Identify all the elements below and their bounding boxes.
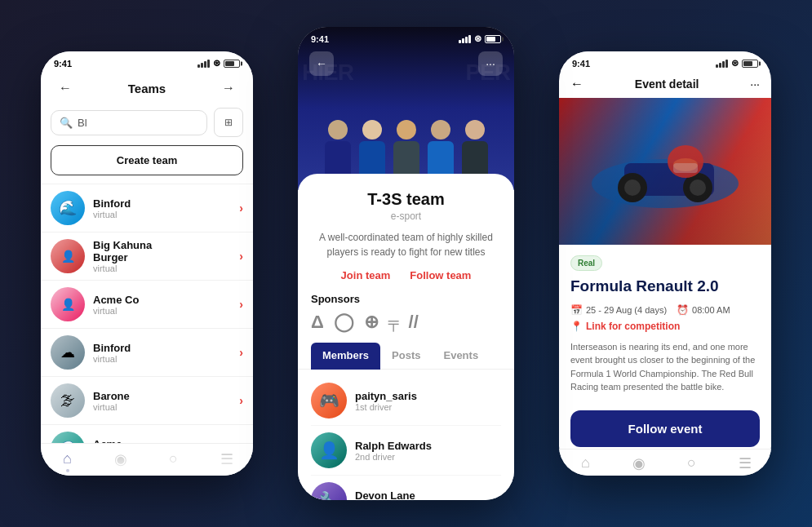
sponsor-logo-3: ⊕ xyxy=(364,312,379,333)
list-item[interactable]: 🌫 Barone virtual › xyxy=(41,376,253,424)
team-info: Binford virtual xyxy=(93,342,239,364)
search-nav-icon: ○ xyxy=(169,450,178,467)
list-item[interactable]: 👤 Acme Co virtual › xyxy=(41,280,253,328)
time-center: 9:41 xyxy=(311,34,329,44)
list-item[interactable]: ☁ Binford virtual › xyxy=(41,328,253,376)
back-button-left[interactable]: ← xyxy=(54,77,77,100)
sponsor-logo-2: ◯ xyxy=(334,312,354,333)
wifi-icon: ⊛ xyxy=(213,58,220,69)
team-name: Binford xyxy=(93,342,239,354)
back-button-center[interactable]: ← xyxy=(309,51,334,76)
avatar: 👤 xyxy=(51,239,85,273)
event-link[interactable]: 📍 Link for competition xyxy=(570,321,760,332)
back-button-right[interactable]: ← xyxy=(570,77,583,91)
tab-members[interactable]: Members xyxy=(311,343,380,370)
sponsor-logo-1: Δ xyxy=(311,312,324,333)
team-type: virtual xyxy=(93,402,239,412)
avatar: 🌊 xyxy=(51,191,85,225)
nav-teams[interactable]: ◉ xyxy=(94,450,147,472)
search-input[interactable]: 🔍 Bl xyxy=(51,110,207,135)
filter-button[interactable]: ⊞ xyxy=(214,108,243,137)
nav-header-left: ← Teams → xyxy=(41,72,253,108)
team-name: Barone xyxy=(93,390,239,402)
team-card: T-3S team e-sport A well-coordinated tea… xyxy=(298,174,514,500)
nav-home-r[interactable]: ⌂ xyxy=(559,454,612,472)
signal-icon-r xyxy=(716,60,728,68)
chevron-right-icon: › xyxy=(239,394,243,407)
list-item[interactable]: 🎮 paityn_saris 1st driver xyxy=(311,376,501,426)
list-item[interactable]: 🌊 Acme virtual › xyxy=(41,424,253,443)
event-date: 📅 25 - 29 Aug (4 days) xyxy=(570,304,667,316)
wifi-icon-r: ⊛ xyxy=(731,58,739,69)
nav-teams-r[interactable]: ◉ xyxy=(612,454,665,472)
location-icon: 📍 xyxy=(570,321,583,332)
list-item[interactable]: 🔧 Devon Lane Mechanic xyxy=(311,476,501,500)
create-team-button[interactable]: Create team xyxy=(51,145,243,175)
nav-menu-r[interactable]: ☰ xyxy=(718,454,771,472)
list-item[interactable]: 👤 Big KahunaBurger virtual › xyxy=(41,232,253,280)
event-meta: 📅 25 - 29 Aug (4 days) ⏰ 08:00 AM xyxy=(570,304,760,316)
bottom-nav-right: ⌂ ◉ ○ ☰ xyxy=(559,449,771,476)
hero-nav: ← ··· xyxy=(298,51,514,76)
chevron-right-icon: › xyxy=(239,250,243,263)
team-type: virtual xyxy=(93,354,239,364)
status-icons-left: ⊛ xyxy=(197,58,240,69)
follow-team-button[interactable]: Follow team xyxy=(410,269,471,281)
team-card-name: T-3S team xyxy=(311,190,501,209)
esport-figures xyxy=(322,120,490,182)
phone-center: HIER PER 9:41 xyxy=(298,27,514,500)
nav-home[interactable]: ⌂ xyxy=(41,450,94,472)
bottom-nav-left: ⌂ ◉ ○ ☰ xyxy=(41,443,253,476)
team-name: Acme Co xyxy=(93,294,239,306)
teams-icon-r: ◉ xyxy=(632,454,646,472)
sponsor-logo-5: // xyxy=(409,312,419,333)
tab-posts[interactable]: Posts xyxy=(380,343,432,370)
home-icon-r: ⌂ xyxy=(581,454,590,472)
menu-icon-r: ☰ xyxy=(739,454,752,472)
event-hero xyxy=(559,98,771,245)
team-info: Binford virtual xyxy=(93,197,239,219)
event-content: Real Formula Renault 2.0 📅 25 - 29 Aug (… xyxy=(559,245,771,449)
menu-icon: ☰ xyxy=(220,450,233,468)
avatar: 🔧 xyxy=(311,482,347,500)
status-bar-left: 9:41 ⊛ xyxy=(41,51,253,72)
team-actions: Join team Follow team xyxy=(311,269,501,281)
avatar: 🌫 xyxy=(51,383,85,418)
follow-event-button[interactable]: Follow event xyxy=(570,410,760,447)
avatar: 🎮 xyxy=(311,383,347,418)
wifi-icon-c: ⊛ xyxy=(474,33,481,44)
search-icon: 🔍 xyxy=(60,117,73,129)
phones-container: 9:41 ⊛ ← Teams → 🔍 Bl xyxy=(0,0,812,527)
team-name: Big KahunaBurger xyxy=(93,239,239,264)
more-button-center[interactable]: ··· xyxy=(478,51,503,76)
tabs-row: Members Posts Events xyxy=(298,343,514,370)
phone-left: 9:41 ⊛ ← Teams → 🔍 Bl xyxy=(41,51,253,476)
nav-search-r[interactable]: ○ xyxy=(665,454,718,472)
join-team-button[interactable]: Join team xyxy=(341,269,391,281)
member-role: 1st driver xyxy=(355,402,417,412)
team-type: virtual xyxy=(93,264,239,273)
sponsors-title: Sponsors xyxy=(311,293,501,305)
avatar: 🌊 xyxy=(51,432,85,443)
home-icon: ⌂ xyxy=(63,450,72,467)
filter-icon: ⊞ xyxy=(224,117,233,128)
team-type: virtual xyxy=(93,210,239,219)
member-name: Devon Lane xyxy=(355,489,415,501)
more-button-right[interactable]: ··· xyxy=(750,78,760,91)
battery-icon-r xyxy=(742,60,758,68)
nav-search[interactable]: ○ xyxy=(147,450,200,472)
list-item[interactable]: 👤 Ralph Edwards 2nd driver xyxy=(311,426,501,476)
forward-button-left[interactable]: → xyxy=(217,77,240,100)
event-title: Formula Renault 2.0 xyxy=(570,277,760,296)
teams-icon: ◉ xyxy=(114,450,127,468)
battery-icon xyxy=(224,60,240,68)
tab-events[interactable]: Events xyxy=(432,343,490,370)
page-title-right: Event detail xyxy=(635,78,699,91)
team-info: Acme Co virtual xyxy=(93,294,239,316)
member-role: 2nd driver xyxy=(355,452,432,462)
member-name: Ralph Edwards xyxy=(355,440,432,452)
battery-icon-c xyxy=(485,35,501,43)
list-item[interactable]: 🌊 Binford virtual › xyxy=(41,184,253,232)
nav-menu[interactable]: ☰ xyxy=(200,450,253,472)
page-title-left: Teams xyxy=(128,82,166,95)
